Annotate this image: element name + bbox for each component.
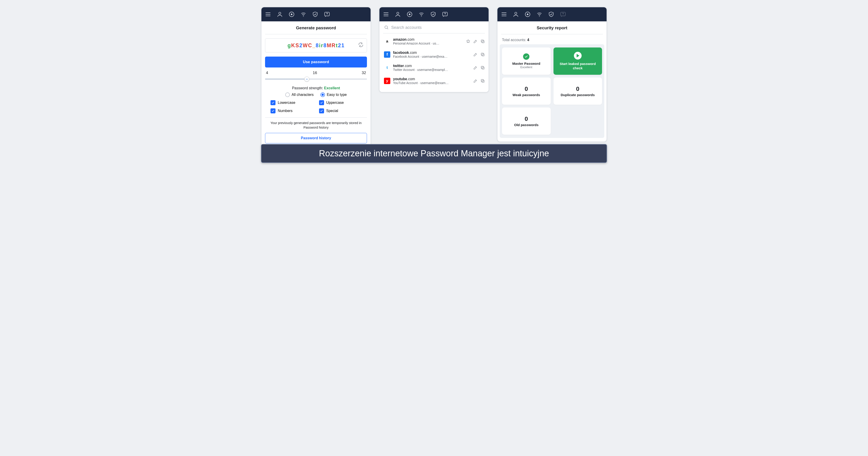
shield-icon[interactable] [311, 10, 319, 18]
mode-all-characters[interactable]: All characters [285, 92, 314, 97]
account-row[interactable]: ffacebook.comFacebook Account · username… [379, 48, 489, 61]
regenerate-icon[interactable] [358, 42, 364, 49]
wifi-icon[interactable] [300, 10, 307, 18]
svg-point-2 [291, 13, 292, 15]
svg-point-21 [527, 13, 528, 15]
svg-rect-12 [481, 40, 483, 42]
privacy-icon[interactable] [524, 10, 531, 18]
tile-old-passwords[interactable]: 0 Old passwords [502, 108, 551, 135]
svg-rect-18 [481, 79, 483, 82]
checkbox-numbers[interactable]: Numbers [271, 108, 313, 113]
svg-rect-13 [482, 54, 484, 56]
checkbox-uppercase[interactable]: Uppercase [319, 100, 362, 105]
svg-point-3 [303, 16, 304, 17]
page-title: Security report [501, 21, 603, 34]
svg-rect-16 [481, 66, 483, 68]
copy-icon[interactable] [480, 52, 485, 57]
account-list: aamazon.comPersonal Amazon Account · us…… [379, 33, 489, 92]
length-max: 32 [362, 71, 366, 75]
account-subtitle: Twitter Account · username@exampl… [393, 68, 470, 72]
edit-icon[interactable] [473, 39, 478, 44]
privacy-icon[interactable] [288, 10, 296, 18]
profile-icon[interactable] [394, 10, 402, 18]
caption-banner: Rozszerzenie internetowe Password Manage… [261, 144, 607, 163]
check-icon [523, 53, 529, 60]
search-input[interactable]: Search accounts [383, 25, 485, 33]
account-subtitle: Personal Amazon Account · us… [393, 41, 463, 45]
svg-point-8 [421, 16, 422, 17]
help-icon[interactable] [441, 10, 449, 18]
help-icon[interactable] [559, 10, 567, 18]
brand-icon: t [384, 64, 390, 71]
account-domain: twitter.com [393, 64, 470, 68]
slider-thumb[interactable]: ııı [304, 77, 309, 82]
edit-icon[interactable] [473, 79, 478, 83]
svg-point-0 [279, 12, 281, 14]
tile-start-leak-check[interactable]: Start leaked password check [554, 48, 602, 75]
svg-point-22 [539, 16, 539, 17]
wifi-icon[interactable] [417, 10, 425, 18]
star-icon[interactable] [466, 39, 470, 44]
total-accounts: Total accounts: 4 [502, 38, 602, 42]
menu-icon[interactable] [382, 10, 390, 18]
svg-rect-15 [482, 67, 484, 69]
edit-icon[interactable] [473, 65, 478, 70]
edit-icon[interactable] [473, 52, 478, 57]
length-slider[interactable]: ııı [265, 76, 367, 82]
svg-point-7 [409, 13, 410, 15]
panel-accounts-list: Search accounts aamazon.comPersonal Amaz… [379, 7, 489, 92]
password-history-button[interactable]: Password history [265, 133, 367, 143]
password-strength: Password strength: Excellent [265, 86, 367, 90]
copy-icon[interactable] [480, 39, 485, 44]
account-subtitle: Facebook Account · username@exa… [393, 55, 470, 58]
topbar [261, 7, 371, 21]
shield-icon[interactable] [429, 10, 437, 18]
svg-point-5 [397, 12, 399, 14]
svg-rect-14 [481, 53, 483, 55]
length-range-labels: 4 16 32 [266, 71, 366, 75]
svg-point-10 [385, 26, 388, 29]
account-domain: facebook.com [393, 51, 470, 55]
tile-weak-passwords[interactable]: 0 Weak passwords [502, 78, 551, 105]
panel-security-report: Security report Total accounts: 4 Master… [497, 7, 607, 142]
menu-icon[interactable] [264, 10, 272, 18]
svg-rect-17 [482, 80, 484, 83]
account-row[interactable]: aamazon.comPersonal Amazon Account · us… [379, 35, 489, 48]
length-min: 4 [266, 71, 268, 75]
profile-icon[interactable] [276, 10, 284, 18]
svg-rect-11 [482, 41, 484, 43]
use-password-button[interactable]: Use password [265, 57, 367, 67]
tile-master-password[interactable]: Master Password Excellent [502, 48, 551, 75]
panel-generate-password: Generate password gKS2WC_8ir8MRt21 Use p… [261, 7, 371, 148]
wifi-icon[interactable] [535, 10, 543, 18]
search-placeholder: Search accounts [391, 25, 422, 30]
checkbox-lowercase[interactable]: Lowercase [271, 100, 313, 105]
help-icon[interactable] [323, 10, 331, 18]
mode-easy-to-type[interactable]: Easy to type [320, 92, 347, 97]
copy-icon[interactable] [480, 65, 485, 70]
topbar [497, 7, 607, 21]
length-current: 16 [313, 71, 317, 75]
account-row[interactable]: ttwitter.comTwitter Account · username@e… [379, 61, 489, 74]
brand-icon: a [384, 38, 390, 45]
svg-point-19 [515, 12, 517, 14]
privacy-icon[interactable] [406, 10, 413, 18]
account-domain: amazon.com [393, 37, 463, 41]
page-title: Generate password [265, 21, 367, 34]
tile-duplicate-passwords[interactable]: 0 Duplicate passwords [554, 78, 602, 105]
account-subtitle: YouTube Account · username@exam… [393, 81, 470, 85]
generated-password-field: gKS2WC_8ir8MRt21 [265, 38, 367, 53]
checkbox-special[interactable]: Special [319, 108, 362, 113]
topbar [379, 7, 489, 21]
brand-icon: f [384, 51, 390, 58]
menu-icon[interactable] [500, 10, 508, 18]
account-domain: youtube.com [393, 77, 470, 81]
profile-icon[interactable] [512, 10, 520, 18]
play-icon [574, 52, 582, 59]
copy-icon[interactable] [480, 79, 485, 83]
account-row[interactable]: yyoutube.comYouTube Account · username@e… [379, 74, 489, 87]
search-icon [384, 25, 389, 30]
shield-icon[interactable] [547, 10, 555, 18]
history-note: Your previously generated passwords are … [265, 117, 367, 130]
brand-icon: y [384, 78, 390, 84]
